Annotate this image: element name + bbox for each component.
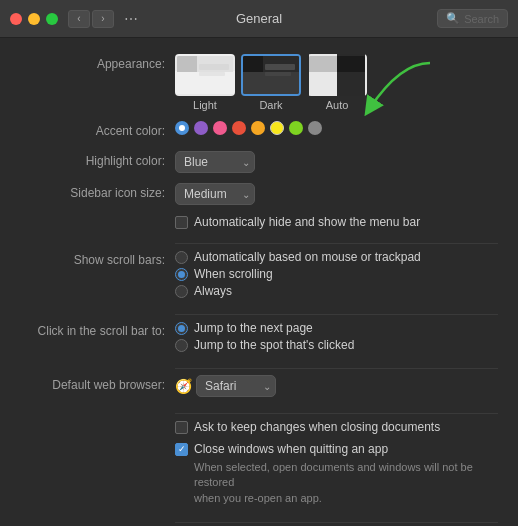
search-placeholder: Search xyxy=(464,13,499,25)
browser-label: Default web browser: xyxy=(20,375,175,395)
search-box[interactable]: 🔍 Search xyxy=(437,9,508,28)
browser-row: Default web browser: 🧭 Safari xyxy=(20,375,498,397)
scroll-when-row: When scrolling xyxy=(175,267,421,281)
appearance-dark[interactable]: Dark xyxy=(241,54,301,111)
ask-keep-checkbox[interactable] xyxy=(175,421,188,434)
appearance-options: Light Dark xyxy=(175,54,498,111)
window-title: General xyxy=(236,11,282,26)
highlight-color-row: Highlight color: Blue xyxy=(20,151,498,173)
menu-bar-label: Automatically hide and show the menu bar xyxy=(194,215,420,229)
ask-keep-row: Ask to keep changes when closing documen… xyxy=(175,420,498,438)
scroll-when-label: When scrolling xyxy=(194,267,273,281)
auto-thumb xyxy=(307,54,367,96)
sidebar-icon-row: Sidebar icon size: Medium xyxy=(20,183,498,205)
click-next-label: Jump to the next page xyxy=(194,321,313,335)
click-scroll-row: Click in the scroll bar to: Jump to the … xyxy=(20,321,498,352)
traffic-lights xyxy=(10,13,58,25)
close-windows-row: Close windows when quitting an app When … xyxy=(175,442,498,512)
accent-gray[interactable] xyxy=(308,121,322,135)
close-windows-subtext: When selected, open documents and window… xyxy=(194,460,498,506)
scroll-always-label: Always xyxy=(194,284,232,298)
separator-2 xyxy=(175,314,498,315)
scroll-always-radio[interactable] xyxy=(175,285,188,298)
scroll-when-radio[interactable] xyxy=(175,268,188,281)
scroll-always-row: Always xyxy=(175,284,421,298)
sidebar-icon-select[interactable]: Medium xyxy=(175,183,255,205)
appearance-light[interactable]: Light xyxy=(175,54,235,111)
menu-bar-row: Automatically hide and show the menu bar xyxy=(175,215,498,233)
click-scroll-label: Click in the scroll bar to: xyxy=(20,321,175,341)
separator-3 xyxy=(175,368,498,369)
sidebar-icon-content: Medium xyxy=(175,183,498,205)
scroll-bars-row: Show scroll bars: Automatically based on… xyxy=(20,250,498,298)
search-icon: 🔍 xyxy=(446,12,460,25)
highlight-color-label: Highlight color: xyxy=(20,151,175,171)
scroll-bars-options: Automatically based on mouse or trackpad… xyxy=(175,250,498,298)
scroll-bars-label: Show scroll bars: xyxy=(20,250,175,270)
browser-select-wrapper[interactable]: 🧭 Safari xyxy=(175,375,276,397)
dark-thumb xyxy=(241,54,301,96)
click-spot-label: Jump to the spot that's clicked xyxy=(194,338,354,352)
maximize-button[interactable] xyxy=(46,13,58,25)
separator-4 xyxy=(175,413,498,414)
apps-grid-icon[interactable]: ⋯ xyxy=(124,11,138,27)
separator-1 xyxy=(175,243,498,244)
accent-green[interactable] xyxy=(289,121,303,135)
browser-select[interactable]: Safari xyxy=(196,375,276,397)
accent-blue[interactable] xyxy=(175,121,189,135)
light-label: Light xyxy=(193,99,217,111)
scroll-auto-label: Automatically based on mouse or trackpad xyxy=(194,250,421,264)
accent-pink[interactable] xyxy=(213,121,227,135)
scroll-auto-radio[interactable] xyxy=(175,251,188,264)
back-button[interactable]: ‹ xyxy=(68,10,90,28)
highlight-color-select-wrapper[interactable]: Blue xyxy=(175,151,255,173)
ask-keep-label: Ask to keep changes when closing documen… xyxy=(194,420,440,434)
accent-yellow[interactable] xyxy=(270,121,284,135)
highlight-color-content: Blue xyxy=(175,151,498,173)
highlight-color-select[interactable]: Blue xyxy=(175,151,255,173)
titlebar: ‹ › ⋯ General 🔍 Search xyxy=(0,0,518,38)
main-content: Appearance: Light xyxy=(0,38,518,526)
browser-content: 🧭 Safari xyxy=(175,375,498,397)
click-spot-row: Jump to the spot that's clicked xyxy=(175,338,354,352)
close-button[interactable] xyxy=(10,13,22,25)
auto-label: Auto xyxy=(326,99,349,111)
nav-buttons: ‹ › xyxy=(68,10,114,28)
close-windows-label: Close windows when quitting an app xyxy=(194,442,388,456)
sidebar-icon-label: Sidebar icon size: xyxy=(20,183,175,203)
forward-button[interactable]: › xyxy=(92,10,114,28)
light-thumb xyxy=(175,54,235,96)
sidebar-icon-select-wrapper[interactable]: Medium xyxy=(175,183,255,205)
appearance-row: Appearance: Light xyxy=(20,54,498,111)
separator-5 xyxy=(175,522,498,523)
accent-orange[interactable] xyxy=(251,121,265,135)
click-scroll-options: Jump to the next page Jump to the spot t… xyxy=(175,321,498,352)
accent-red[interactable] xyxy=(232,121,246,135)
accent-color-row: Accent color: xyxy=(20,121,498,141)
accent-color-label: Accent color: xyxy=(20,121,175,141)
appearance-auto[interactable]: Auto xyxy=(307,54,367,111)
accent-color-options xyxy=(175,121,498,135)
minimize-button[interactable] xyxy=(28,13,40,25)
click-next-radio[interactable] xyxy=(175,322,188,335)
click-next-row: Jump to the next page xyxy=(175,321,354,335)
close-windows-checkbox[interactable] xyxy=(175,443,188,456)
accent-purple[interactable] xyxy=(194,121,208,135)
dark-label: Dark xyxy=(259,99,282,111)
appearance-label: Appearance: xyxy=(20,54,175,74)
scroll-auto-row: Automatically based on mouse or trackpad xyxy=(175,250,421,264)
safari-icon: 🧭 xyxy=(175,378,192,394)
click-spot-radio[interactable] xyxy=(175,339,188,352)
menu-bar-checkbox[interactable] xyxy=(175,216,188,229)
